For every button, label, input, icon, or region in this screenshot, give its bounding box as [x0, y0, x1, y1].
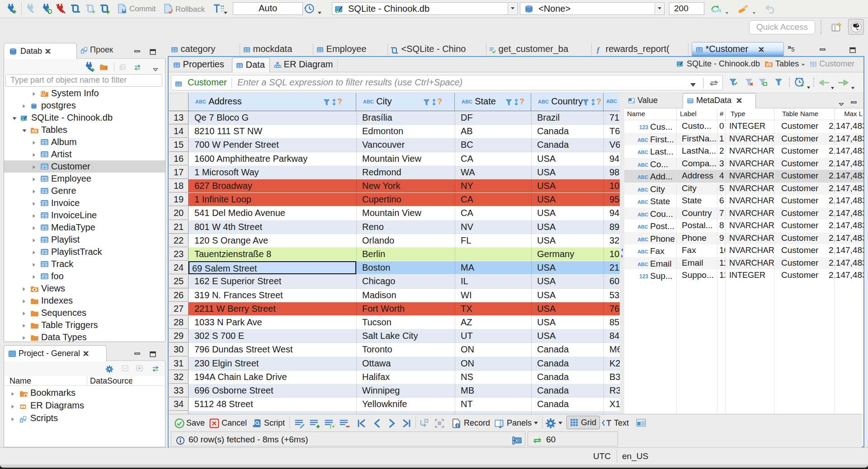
svg-text:i: i: [457, 423, 458, 428]
svg-text:(+): (+): [330, 423, 336, 429]
svg-text:f: f: [597, 46, 600, 54]
svg-text:i: i: [43, 91, 44, 95]
